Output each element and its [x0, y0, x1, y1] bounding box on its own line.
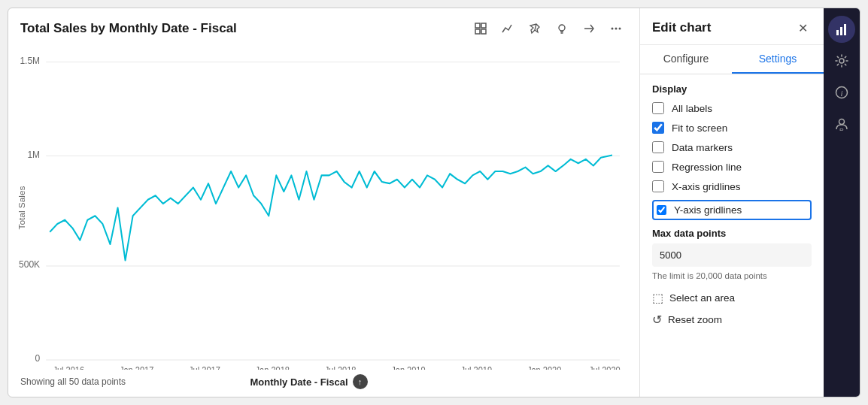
checkbox-x-axis-gridlines[interactable]: X-axis gridlines [652, 180, 812, 192]
more-icon[interactable] [605, 17, 627, 40]
close-button[interactable]: ✕ [794, 19, 812, 37]
fit-to-screen-checkbox[interactable] [652, 122, 664, 134]
svg-rect-30 [840, 27, 842, 35]
data-markers-label: Data markers [672, 142, 733, 153]
svg-point-32 [839, 59, 844, 63]
chart-area: Total Sales by Monthly Date - Fiscal [8, 8, 639, 397]
regression-line-label: Regression line [672, 162, 742, 173]
checkbox-y-axis-gridlines-highlighted[interactable]: Y-axis gridlines [652, 200, 812, 220]
settings-sidebar-icon[interactable] [828, 47, 855, 74]
data-markers-checkbox[interactable] [652, 141, 664, 153]
footer-data-points: Showing all 50 data points [20, 376, 126, 387]
checkbox-regression-line[interactable]: Regression line [652, 161, 812, 173]
svg-text:1.5M: 1.5M [20, 55, 40, 65]
svg-rect-2 [475, 29, 480, 34]
svg-point-9 [615, 28, 618, 30]
chart-svg: 1.5M 1M 500K 0 Total Sales Jul 2016 Jan … [8, 46, 627, 370]
chart-toolbar [469, 17, 627, 40]
reset-zoom-action[interactable]: ↺ Reset zoom [652, 313, 812, 327]
max-data-points-label: Max data points [652, 228, 812, 239]
footer-center: Monthly Date - Fiscal ↑ [250, 374, 368, 389]
svg-text:1M: 1M [27, 149, 40, 159]
checkbox-all-labels[interactable]: All labels [652, 102, 812, 114]
panel-content: Display All labels Fit to screen Data ma… [640, 74, 824, 397]
svg-rect-31 [844, 24, 846, 35]
edit-panel: Edit chart ✕ Configure Settings Display … [639, 8, 824, 397]
right-sidebar: i R [824, 8, 860, 397]
svg-text:Jul 2018: Jul 2018 [325, 366, 357, 370]
bulb-icon[interactable] [551, 17, 573, 40]
fit-to-screen-label: Fit to screen [672, 122, 727, 134]
reset-zoom-icon: ↺ [652, 313, 662, 327]
x-axis-gridlines-label: X-axis gridlines [672, 181, 741, 192]
svg-text:Jul 2016: Jul 2016 [53, 366, 84, 370]
tabs-row: Configure Settings [640, 45, 824, 74]
x-axis-gridlines-checkbox[interactable] [652, 180, 664, 192]
svg-point-5 [559, 25, 565, 31]
svg-text:Jan 2019: Jan 2019 [391, 366, 425, 370]
share-icon[interactable] [578, 17, 600, 40]
svg-line-4 [535, 24, 536, 30]
svg-text:Jan 2017: Jan 2017 [120, 366, 153, 370]
select-an-area-action[interactable]: ⬚ Select an area [652, 291, 812, 305]
svg-point-35 [839, 119, 845, 125]
svg-rect-0 [475, 23, 480, 28]
select-area-label: Select an area [669, 292, 735, 304]
chart-title: Total Sales by Monthly Date - Fiscal [20, 21, 237, 36]
info-sidebar-icon[interactable]: i [828, 79, 855, 106]
edit-panel-title: Edit chart [652, 20, 711, 35]
sort-icon[interactable]: ↑ [353, 374, 368, 389]
checkbox-fit-to-screen[interactable]: Fit to screen [652, 122, 812, 134]
svg-text:Jan 2020: Jan 2020 [527, 366, 561, 370]
all-labels-checkbox[interactable] [652, 102, 664, 114]
all-labels-label: All labels [672, 103, 712, 114]
edit-panel-header: Edit chart ✕ [640, 8, 824, 45]
svg-rect-1 [481, 23, 486, 28]
svg-text:0: 0 [35, 353, 40, 364]
tab-configure[interactable]: Configure [640, 45, 732, 74]
limit-hint: The limit is 20,000 data points [652, 271, 812, 280]
svg-rect-3 [481, 29, 486, 34]
line-chart-icon[interactable] [496, 17, 519, 40]
display-section-label: Display [652, 83, 812, 95]
svg-text:R: R [839, 127, 844, 131]
select-area-icon: ⬚ [652, 291, 663, 305]
svg-text:500K: 500K [19, 259, 41, 270]
max-data-points-input[interactable] [652, 243, 812, 267]
footer-dimension: Monthly Date - Fiscal [250, 376, 348, 388]
svg-point-10 [619, 28, 621, 30]
checkbox-data-markers[interactable]: Data markers [652, 141, 812, 153]
main-container: Total Sales by Monthly Date - Fiscal [8, 8, 860, 397]
svg-text:Jul 2017: Jul 2017 [189, 366, 220, 370]
svg-point-8 [612, 28, 614, 30]
profile-sidebar-icon[interactable]: R [828, 110, 855, 138]
chart-body: 1.5M 1M 500K 0 Total Sales Jul 2016 Jan … [8, 46, 639, 370]
svg-text:Jul 2019: Jul 2019 [460, 366, 492, 370]
svg-rect-29 [836, 30, 839, 35]
grid-icon[interactable] [469, 17, 492, 40]
pin-icon[interactable] [524, 17, 546, 40]
svg-text:Jan 2018: Jan 2018 [256, 366, 290, 370]
y-axis-gridlines-checkbox[interactable] [657, 205, 666, 215]
chart-header: Total Sales by Monthly Date - Fiscal [8, 8, 639, 46]
bar-chart-sidebar-icon[interactable] [828, 16, 855, 43]
svg-text:i: i [840, 89, 842, 98]
y-axis-gridlines-label: Y-axis gridlines [674, 204, 742, 216]
regression-line-checkbox[interactable] [652, 161, 664, 173]
svg-text:Jul 2020: Jul 2020 [589, 366, 621, 370]
tab-settings[interactable]: Settings [732, 45, 824, 74]
chart-footer: Showing all 50 data points Monthly Date … [8, 370, 639, 397]
svg-text:Total Sales: Total Sales [17, 186, 26, 229]
reset-zoom-label: Reset zoom [668, 314, 722, 325]
